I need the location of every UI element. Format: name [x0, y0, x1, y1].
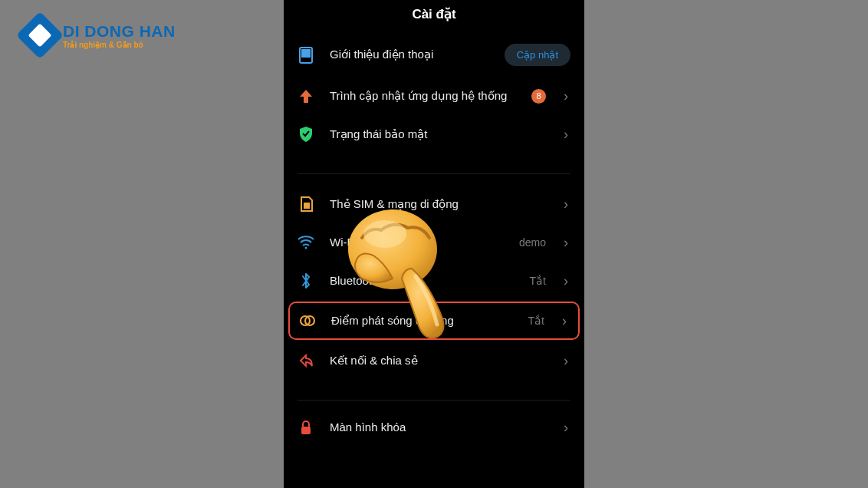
row-about-phone[interactable]: Giới thiệu điện thoại Cập nhật	[284, 33, 584, 77]
watermark-brand: DI DONG HAN	[63, 22, 176, 41]
watermark-tagline: Trải nghiệm & Gắn bó	[63, 41, 176, 49]
row-label: Điểm phát sóng di động	[331, 313, 513, 328]
row-label: Kết nối & chia sẻ	[330, 353, 546, 368]
svg-rect-2	[304, 203, 310, 209]
svg-rect-6	[301, 427, 311, 434]
row-mobile-hotspot[interactable]: Điểm phát sóng di động Tắt ›	[288, 302, 580, 340]
row-value: Tắt	[530, 275, 546, 287]
row-security-status[interactable]: Trạng thái bảo mật ›	[284, 115, 584, 153]
chevron-right-icon: ›	[561, 88, 570, 104]
watermark-logo-icon	[16, 12, 64, 59]
row-bluetooth[interactable]: Bluetooth Tắt ›	[284, 262, 584, 300]
share-icon	[298, 352, 314, 369]
row-connection-share[interactable]: Kết nối & chia sẻ ›	[284, 341, 584, 380]
row-value: demo	[519, 236, 546, 249]
row-system-updater[interactable]: Trình cập nhật ứng dụng hệ thống 8 ›	[284, 77, 584, 115]
row-wifi[interactable]: Wi-Fi demo ›	[284, 223, 584, 262]
arrow-up-icon	[298, 87, 314, 104]
page-title: Cài đặt	[284, 0, 584, 33]
bluetooth-icon	[298, 272, 314, 289]
sim-card-icon	[298, 196, 314, 213]
phone-screen: Cài đặt Giới thiệu điện thoại Cập nhật T…	[284, 0, 584, 488]
row-sim-mobile-data[interactable]: Thẻ SIM & mạng di động ›	[284, 185, 584, 223]
hotspot-icon	[299, 312, 316, 329]
watermark-badge: DI DONG HAN Trải nghiệm & Gắn bó	[23, 18, 176, 52]
row-label: Thẻ SIM & mạng di động	[330, 196, 546, 212]
chevron-right-icon: ›	[561, 127, 570, 143]
svg-rect-1	[301, 49, 311, 58]
wifi-icon	[298, 234, 314, 251]
row-value: Tắt	[528, 315, 544, 327]
row-label: Giới thiệu điện thoại	[330, 47, 489, 62]
chevron-right-icon: ›	[560, 313, 569, 329]
chevron-right-icon: ›	[561, 353, 570, 369]
lock-icon	[298, 419, 314, 436]
row-label: Trạng thái bảo mật	[330, 127, 546, 142]
shield-check-icon	[298, 126, 314, 143]
notification-badge: 8	[531, 89, 546, 104]
update-button[interactable]: Cập nhật	[505, 44, 570, 66]
row-label: Bluetooth	[330, 273, 515, 289]
row-label: Trình cập nhật ứng dụng hệ thống	[330, 88, 516, 104]
chevron-right-icon: ›	[561, 196, 570, 213]
row-label: Màn hình khóa	[330, 420, 546, 435]
chevron-right-icon: ›	[561, 235, 570, 251]
row-lock-screen[interactable]: Màn hình khóa ›	[284, 408, 584, 447]
phone-icon	[298, 47, 314, 64]
chevron-right-icon: ›	[561, 273, 570, 289]
row-label: Wi-Fi	[330, 235, 504, 250]
svg-point-3	[305, 247, 307, 249]
chevron-right-icon: ›	[561, 420, 570, 436]
